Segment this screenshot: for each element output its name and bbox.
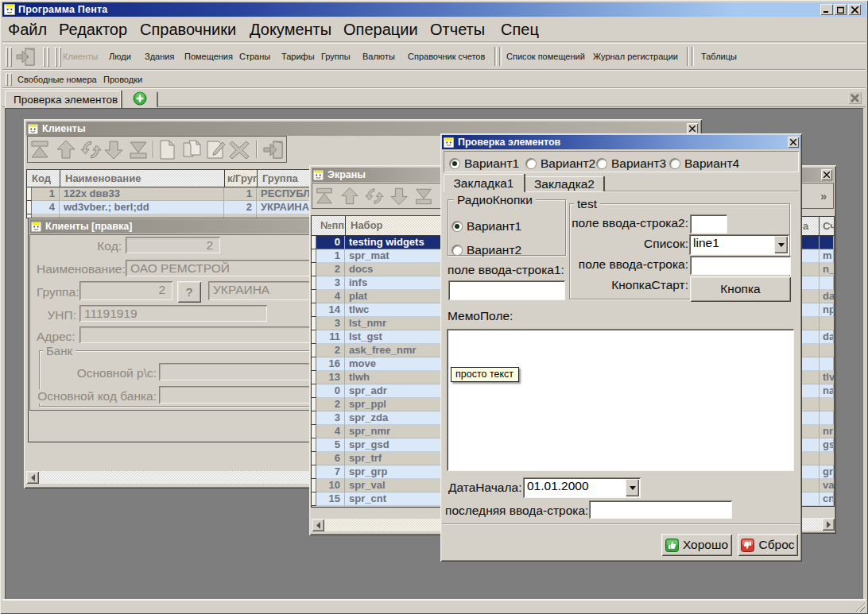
screens-table-row[interactable]: 16 move	[312, 357, 458, 371]
start-button[interactable]: Кнопка	[690, 276, 791, 302]
radio-variant3[interactable]: Вариант3	[597, 156, 666, 171]
column-header-num[interactable]: №пп	[312, 216, 346, 235]
scroll-right-icon[interactable]	[822, 518, 835, 531]
toolbar-more-button[interactable]: »	[820, 188, 827, 204]
screens-table-row[interactable]: 2 ask_free_nmr	[312, 344, 458, 357]
screens-table-row[interactable]: 2 docs	[312, 263, 458, 276]
down-arrow-icon[interactable]	[103, 140, 124, 160]
refresh-icon[interactable]	[80, 140, 102, 160]
menu-editor[interactable]: Редактор	[59, 19, 127, 40]
app-titlebar[interactable]: Программа Пента	[2, 2, 866, 17]
up-arrow-icon[interactable]	[340, 187, 359, 206]
input1-field[interactable]	[448, 280, 565, 300]
dialog-tab1[interactable]: Закладка1	[444, 174, 525, 192]
screens-table-row[interactable]: 6 spr_trf	[312, 452, 458, 465]
up-arrow-icon[interactable]	[56, 140, 76, 160]
clients-window-close-icon[interactable]	[687, 123, 698, 134]
toolbar-button-premises[interactable]: Помещения	[184, 44, 233, 69]
toolbar-button-people[interactable]: Люди	[109, 44, 131, 69]
screens-table-row[interactable]: 3 spr_zda	[312, 411, 458, 425]
first-record-icon[interactable]	[315, 187, 334, 206]
column-header-code[interactable]: Код	[27, 170, 60, 187]
first-record-icon[interactable]	[29, 140, 50, 160]
last-record-icon[interactable]	[128, 140, 149, 160]
reset-button[interactable]: Сброс	[738, 534, 798, 556]
group-field[interactable]: 2	[79, 281, 172, 300]
toolbar-button-premises-list[interactable]: Список помещений	[506, 44, 585, 69]
toolbar-gripper[interactable]	[6, 73, 8, 86]
menu-operations[interactable]: Операции	[343, 19, 418, 40]
toolbar-gripper[interactable]	[6, 47, 8, 67]
screens-hscrollbar[interactable]	[312, 519, 458, 531]
refresh-icon[interactable]	[365, 187, 384, 206]
screens-table-row[interactable]: 7 spr_grp	[312, 465, 458, 479]
dialog-close-icon[interactable]	[788, 137, 799, 148]
tab-check-elements[interactable]: Проверка элементов	[5, 91, 122, 108]
menu-special[interactable]: Спец	[501, 19, 539, 40]
screens-table-row[interactable]: 4 plat	[312, 290, 458, 303]
radio-group-variant2[interactable]: Вариант2	[452, 243, 521, 257]
edit-record-icon[interactable]	[205, 140, 226, 160]
exit-door-icon[interactable]	[16, 48, 37, 69]
radio-variant1[interactable]: Вариант1	[450, 156, 519, 171]
screens-table-row[interactable]: 0 spr_adr	[312, 384, 458, 398]
toolbar-gripper[interactable]	[47, 47, 49, 67]
down-arrow-icon[interactable]	[389, 187, 409, 206]
dropdown-icon[interactable]	[774, 236, 788, 253]
date-combobox[interactable]: 01.01.2000	[523, 477, 641, 498]
toolbar-button-countries[interactable]: Страны	[239, 44, 270, 69]
screens-table-row[interactable]: 3 infs	[312, 276, 458, 290]
column-header-kgroup[interactable]: к/Груп	[225, 170, 258, 187]
last-input-field[interactable]	[589, 500, 732, 519]
column-header-fragment-c[interactable]: Сч	[820, 217, 834, 235]
radio-group-variant1[interactable]: Вариант1	[452, 219, 521, 234]
unp-field[interactable]: 11191919	[79, 305, 267, 322]
toolbar-button-groups[interactable]: Группы	[321, 44, 351, 69]
toolbar-gripper[interactable]	[59, 47, 61, 67]
group-lookup-button[interactable]: ?	[177, 281, 201, 303]
new-record-icon[interactable]	[157, 140, 177, 160]
screens-table-row[interactable]: 14 tlwc	[312, 303, 458, 317]
menu-reports[interactable]: Отчеты	[430, 19, 485, 40]
last-record-icon[interactable]	[414, 187, 433, 206]
screens-table-row[interactable]: 5 spr_gsd	[312, 438, 458, 452]
menu-references[interactable]: Справочники	[140, 19, 236, 40]
toolbar-gripper[interactable]	[55, 47, 57, 67]
toolbar-button-currencies[interactable]: Валюты	[362, 44, 395, 69]
toolbar-gripper[interactable]	[43, 47, 45, 67]
toolbar-button-accounts-ref[interactable]: Справочник счетов	[408, 44, 485, 69]
toolbar-gripper[interactable]	[10, 73, 12, 86]
screens-table-row[interactable]: 10 spr_val	[312, 479, 458, 492]
toolbar-gripper[interactable]	[10, 47, 12, 67]
menu-documents[interactable]: Документы	[250, 19, 331, 40]
code-field[interactable]: 2	[126, 237, 220, 253]
scroll-left-icon[interactable]	[26, 471, 39, 484]
column-header-name[interactable]: Наименование	[60, 170, 225, 187]
radio-variant4[interactable]: Вариант4	[670, 156, 739, 171]
screens-table-row[interactable]: 11 lst_gst	[312, 330, 458, 344]
tab-new-plus[interactable]	[122, 92, 158, 107]
copy-record-icon[interactable]	[182, 140, 202, 160]
dialog-tab2[interactable]: Закладка2	[525, 176, 605, 191]
dialog-titlebar[interactable]: Проверка элементов	[442, 135, 800, 149]
toolbar-button-tariffs[interactable]: Тарифы	[281, 44, 315, 69]
toolbar-button-buildings[interactable]: Здания	[145, 44, 174, 69]
maximize-button[interactable]	[834, 4, 847, 15]
tab-close-icon[interactable]	[848, 91, 862, 104]
toolbar-button-postings[interactable]: Проводки	[103, 71, 142, 87]
toolbar-button-clients[interactable]: Клиенты	[63, 44, 98, 69]
accounts-window-close-icon[interactable]	[821, 169, 832, 180]
resize-grip[interactable]	[854, 601, 865, 612]
screens-table-row[interactable]: 13 tlwh	[312, 371, 458, 384]
memo-field[interactable]: просто текст	[447, 329, 794, 471]
dropdown-icon[interactable]	[626, 479, 639, 496]
input2-field[interactable]	[690, 214, 727, 234]
scroll-left-icon[interactable]	[312, 519, 324, 531]
screens-table-row[interactable]: 0 testing widgets	[312, 236, 458, 249]
screens-window-titlebar[interactable]: Экраны	[312, 168, 458, 182]
screens-table-row[interactable]: 1 spr_mat	[312, 249, 458, 263]
screens-table-row[interactable]: 2 spr_ppl	[312, 398, 458, 411]
ok-button[interactable]: Хорошо	[661, 534, 732, 556]
menu-file[interactable]: Файл	[8, 19, 47, 40]
radio-variant2[interactable]: Вариант2	[526, 156, 595, 171]
